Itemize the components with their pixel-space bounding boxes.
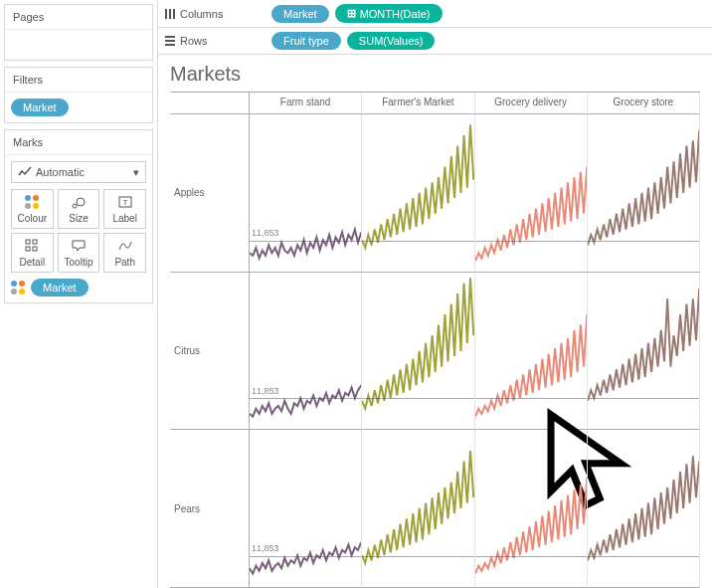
encoding-pill-market[interactable]: Market (31, 279, 89, 296)
rows-label: Rows (180, 35, 208, 47)
filter-pill-market[interactable]: Market (11, 98, 69, 116)
reference-line (475, 398, 587, 399)
pages-title: Pages (5, 5, 152, 30)
col-header: Farm stand (250, 93, 362, 114)
ref-line-label: 11,853 (252, 543, 279, 553)
path-button[interactable]: Path (103, 233, 146, 273)
sparkline (362, 430, 473, 587)
size-button[interactable]: Size (58, 189, 100, 229)
chart-cell[interactable] (362, 273, 474, 431)
reference-line (588, 241, 699, 242)
svg-rect-6 (26, 247, 30, 251)
svg-point-1 (77, 198, 85, 206)
svg-rect-11 (165, 36, 175, 38)
detail-button[interactable]: Detail (11, 233, 54, 273)
grid-corner (170, 93, 250, 114)
viz-title: Markets (170, 63, 700, 86)
reference-line (362, 241, 473, 242)
svg-rect-12 (165, 40, 175, 42)
reference-line (588, 398, 699, 399)
rows-pill-fruit-type[interactable]: Fruit type (271, 32, 341, 50)
label-button[interactable]: T Label (103, 189, 146, 229)
svg-rect-13 (165, 44, 175, 46)
chart-cell[interactable]: 11,853 (250, 114, 362, 273)
ref-line-label: 11,853 (252, 386, 279, 396)
sparkline (588, 430, 699, 587)
colour-encoding-row[interactable]: Market (11, 279, 146, 296)
svg-point-0 (73, 204, 77, 208)
reference-line (475, 556, 587, 557)
reference-line (588, 556, 699, 557)
rows-shelf[interactable]: Rows Fruit type SUM(Values) (158, 28, 712, 54)
sparkline (250, 273, 361, 430)
sparkline (362, 114, 473, 272)
row-header: Pears (170, 430, 250, 588)
col-header: Farmer's Market (362, 93, 474, 114)
sparkline (475, 430, 587, 587)
svg-rect-9 (169, 9, 171, 19)
marks-type-select[interactable]: Automatic ▾ (11, 161, 146, 183)
columns-label: Columns (180, 8, 223, 20)
reference-line (475, 241, 587, 242)
detail-icon (24, 238, 40, 254)
reference-line (250, 398, 361, 399)
col-header: Grocery store (588, 93, 700, 114)
sparkline (475, 114, 587, 272)
svg-rect-4 (26, 240, 30, 244)
reference-line (362, 556, 473, 557)
colour-icon (11, 281, 25, 294)
filters-title: Filters (5, 68, 152, 93)
sparkline (250, 430, 361, 587)
filters-card: Filters Market (4, 67, 153, 123)
chart-cell[interactable]: 11,853 (250, 430, 362, 588)
rows-pill-sum-values[interactable]: SUM(Values) (347, 32, 436, 50)
columns-icon (164, 8, 176, 20)
path-icon (117, 238, 133, 254)
marks-title: Marks (5, 130, 152, 155)
col-header: Grocery delivery (475, 93, 588, 114)
sparkline (475, 273, 587, 430)
chevron-down-icon: ▾ (133, 166, 139, 179)
chart-cell[interactable] (588, 114, 700, 273)
label-icon: T (117, 194, 133, 210)
sparkline (362, 273, 473, 430)
chart-cell[interactable] (362, 430, 474, 588)
marks-card: Marks Automatic ▾ Colour (4, 129, 153, 303)
colour-icon (24, 194, 40, 210)
chart-grid: Farm standFarmer's MarketGrocery deliver… (170, 92, 700, 588)
tooltip-icon (71, 238, 87, 254)
colour-button[interactable]: Colour (11, 189, 54, 229)
chart-cell[interactable] (475, 273, 588, 431)
automatic-icon (18, 165, 32, 179)
chart-cell[interactable] (475, 430, 588, 588)
svg-rect-5 (33, 240, 37, 244)
columns-shelf[interactable]: Columns Market ⊞MONTH(Date) (158, 0, 712, 28)
sparkline (588, 273, 699, 430)
chart-cell[interactable] (475, 114, 588, 273)
reference-line (250, 241, 361, 242)
chart-cell[interactable] (588, 273, 700, 431)
pages-card: Pages (4, 4, 153, 61)
sparkline (588, 114, 699, 272)
chart-cell[interactable]: 11,853 (250, 273, 362, 431)
tooltip-button[interactable]: Tooltip (58, 233, 100, 273)
reference-line (250, 556, 361, 557)
chart-cell[interactable] (588, 430, 700, 588)
marks-type-label: Automatic (36, 166, 85, 178)
sparkline (250, 114, 361, 272)
svg-rect-7 (33, 247, 37, 251)
chart-cell[interactable] (362, 114, 474, 273)
size-icon (71, 194, 87, 210)
columns-pill-month-date[interactable]: ⊞MONTH(Date) (335, 4, 443, 23)
row-header: Citrus (170, 273, 250, 431)
columns-pill-market[interactable]: Market (271, 5, 329, 23)
plus-icon: ⊞ (347, 7, 356, 20)
reference-line (362, 398, 473, 399)
svg-rect-8 (165, 9, 167, 19)
svg-rect-10 (173, 9, 175, 19)
rows-icon (164, 35, 176, 47)
row-header: Apples (170, 114, 250, 273)
svg-text:T: T (122, 198, 127, 207)
ref-line-label: 11,853 (252, 228, 279, 238)
